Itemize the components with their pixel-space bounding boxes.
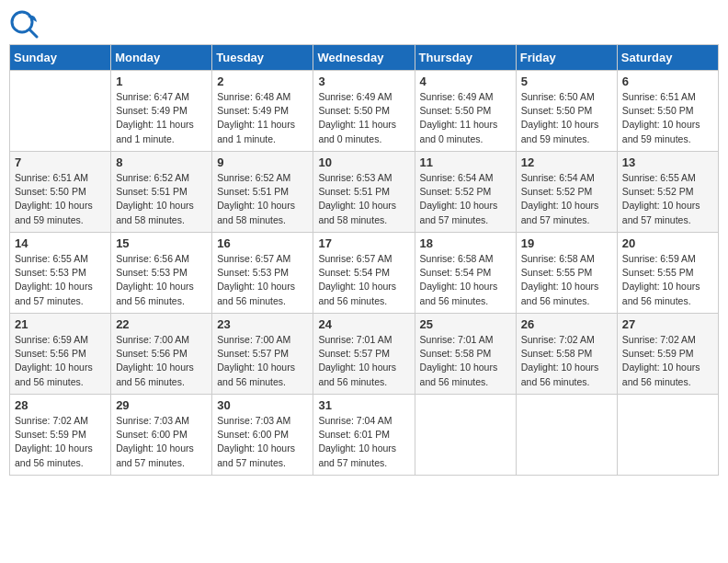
day-number: 18 — [420, 236, 511, 250]
calendar-cell: 7Sunrise: 6:51 AM Sunset: 5:50 PM Daylig… — [10, 152, 111, 233]
calendar-cell: 16Sunrise: 6:57 AM Sunset: 5:53 PM Dayli… — [212, 233, 313, 314]
calendar-cell: 19Sunrise: 6:58 AM Sunset: 5:55 PM Dayli… — [516, 233, 617, 314]
day-info: Sunrise: 7:04 AM Sunset: 6:01 PM Dayligh… — [318, 414, 409, 470]
day-info: Sunrise: 6:52 AM Sunset: 5:51 PM Dayligh… — [217, 171, 308, 227]
weekday-header-thursday: Thursday — [415, 45, 516, 71]
day-number: 25 — [420, 317, 511, 331]
day-number: 11 — [420, 155, 511, 169]
day-info: Sunrise: 6:47 AM Sunset: 5:49 PM Dayligh… — [116, 90, 207, 146]
day-number: 13 — [622, 155, 713, 169]
calendar-table: SundayMondayTuesdayWednesdayThursdayFrid… — [9, 44, 719, 476]
day-number: 15 — [116, 236, 207, 250]
day-info: Sunrise: 7:03 AM Sunset: 6:00 PM Dayligh… — [217, 414, 308, 470]
day-number: 12 — [521, 155, 612, 169]
calendar-cell: 31Sunrise: 7:04 AM Sunset: 6:01 PM Dayli… — [313, 395, 415, 476]
day-info: Sunrise: 6:52 AM Sunset: 5:51 PM Dayligh… — [116, 171, 207, 227]
calendar-cell: 5Sunrise: 6:50 AM Sunset: 5:50 PM Daylig… — [516, 71, 617, 152]
weekday-header-sunday: Sunday — [10, 45, 111, 71]
day-number: 17 — [318, 236, 409, 250]
calendar-cell: 6Sunrise: 6:51 AM Sunset: 5:50 PM Daylig… — [617, 71, 718, 152]
calendar-cell: 29Sunrise: 7:03 AM Sunset: 6:00 PM Dayli… — [111, 395, 212, 476]
day-number: 28 — [15, 398, 106, 412]
day-info: Sunrise: 6:55 AM Sunset: 5:52 PM Dayligh… — [622, 171, 713, 227]
day-info: Sunrise: 6:55 AM Sunset: 5:53 PM Dayligh… — [15, 252, 106, 308]
calendar-cell: 21Sunrise: 6:59 AM Sunset: 5:56 PM Dayli… — [10, 314, 111, 395]
calendar-cell: 23Sunrise: 7:00 AM Sunset: 5:57 PM Dayli… — [212, 314, 313, 395]
day-number: 3 — [318, 75, 409, 88]
day-info: Sunrise: 7:02 AM Sunset: 5:59 PM Dayligh… — [622, 333, 713, 389]
calendar-cell: 12Sunrise: 6:54 AM Sunset: 5:52 PM Dayli… — [516, 152, 617, 233]
day-number: 20 — [622, 236, 713, 250]
day-info: Sunrise: 6:53 AM Sunset: 5:51 PM Dayligh… — [318, 171, 409, 227]
day-number: 5 — [521, 75, 612, 88]
calendar-cell: 25Sunrise: 7:01 AM Sunset: 5:58 PM Dayli… — [415, 314, 516, 395]
day-info: Sunrise: 7:00 AM Sunset: 5:57 PM Dayligh… — [217, 333, 308, 389]
day-info: Sunrise: 7:02 AM Sunset: 5:58 PM Dayligh… — [521, 333, 612, 389]
calendar-cell: 1Sunrise: 6:47 AM Sunset: 5:49 PM Daylig… — [111, 71, 212, 152]
day-info: Sunrise: 6:56 AM Sunset: 5:53 PM Dayligh… — [116, 252, 207, 308]
day-info: Sunrise: 6:51 AM Sunset: 5:50 PM Dayligh… — [15, 171, 106, 227]
day-info: Sunrise: 6:49 AM Sunset: 5:50 PM Dayligh… — [420, 90, 511, 146]
day-number: 8 — [116, 155, 207, 169]
calendar-cell — [516, 395, 617, 476]
day-number: 16 — [217, 236, 308, 250]
day-info: Sunrise: 6:57 AM Sunset: 5:53 PM Dayligh… — [217, 252, 308, 308]
logo — [9, 9, 42, 39]
calendar-cell: 14Sunrise: 6:55 AM Sunset: 5:53 PM Dayli… — [10, 233, 111, 314]
page-header — [9, 9, 719, 39]
calendar-cell: 13Sunrise: 6:55 AM Sunset: 5:52 PM Dayli… — [617, 152, 718, 233]
calendar-cell: 10Sunrise: 6:53 AM Sunset: 5:51 PM Dayli… — [313, 152, 415, 233]
calendar-cell: 4Sunrise: 6:49 AM Sunset: 5:50 PM Daylig… — [415, 71, 516, 152]
day-info: Sunrise: 7:01 AM Sunset: 5:58 PM Dayligh… — [420, 333, 511, 389]
calendar-cell: 27Sunrise: 7:02 AM Sunset: 5:59 PM Dayli… — [617, 314, 718, 395]
day-number: 29 — [116, 398, 207, 412]
day-number: 2 — [217, 75, 308, 88]
weekday-header-saturday: Saturday — [617, 45, 718, 71]
day-number: 24 — [318, 317, 409, 331]
day-number: 30 — [217, 398, 308, 412]
day-number: 19 — [521, 236, 612, 250]
day-number: 27 — [622, 317, 713, 331]
calendar-cell — [415, 395, 516, 476]
day-info: Sunrise: 6:50 AM Sunset: 5:50 PM Dayligh… — [521, 90, 612, 146]
calendar-cell: 22Sunrise: 7:00 AM Sunset: 5:56 PM Dayli… — [111, 314, 212, 395]
day-info: Sunrise: 6:54 AM Sunset: 5:52 PM Dayligh… — [521, 171, 612, 227]
calendar-cell: 11Sunrise: 6:54 AM Sunset: 5:52 PM Dayli… — [415, 152, 516, 233]
day-info: Sunrise: 7:00 AM Sunset: 5:56 PM Dayligh… — [116, 333, 207, 389]
weekday-header-wednesday: Wednesday — [313, 45, 415, 71]
day-number: 4 — [420, 75, 511, 88]
calendar-cell: 18Sunrise: 6:58 AM Sunset: 5:54 PM Dayli… — [415, 233, 516, 314]
weekday-header-tuesday: Tuesday — [212, 45, 313, 71]
logo-icon — [9, 9, 39, 39]
day-info: Sunrise: 6:59 AM Sunset: 5:55 PM Dayligh… — [622, 252, 713, 308]
day-number: 1 — [116, 75, 207, 88]
calendar-cell: 20Sunrise: 6:59 AM Sunset: 5:55 PM Dayli… — [617, 233, 718, 314]
day-number: 26 — [521, 317, 612, 331]
calendar-cell: 3Sunrise: 6:49 AM Sunset: 5:50 PM Daylig… — [313, 71, 415, 152]
calendar-cell — [617, 395, 718, 476]
day-number: 9 — [217, 155, 308, 169]
calendar-cell: 26Sunrise: 7:02 AM Sunset: 5:58 PM Dayli… — [516, 314, 617, 395]
day-number: 7 — [15, 155, 106, 169]
day-info: Sunrise: 6:58 AM Sunset: 5:55 PM Dayligh… — [521, 252, 612, 308]
day-info: Sunrise: 7:03 AM Sunset: 6:00 PM Dayligh… — [116, 414, 207, 470]
day-info: Sunrise: 6:59 AM Sunset: 5:56 PM Dayligh… — [15, 333, 106, 389]
calendar-cell: 15Sunrise: 6:56 AM Sunset: 5:53 PM Dayli… — [111, 233, 212, 314]
calendar-cell: 28Sunrise: 7:02 AM Sunset: 5:59 PM Dayli… — [10, 395, 111, 476]
calendar-cell: 8Sunrise: 6:52 AM Sunset: 5:51 PM Daylig… — [111, 152, 212, 233]
day-number: 14 — [15, 236, 106, 250]
day-info: Sunrise: 6:48 AM Sunset: 5:49 PM Dayligh… — [217, 90, 308, 146]
day-info: Sunrise: 6:57 AM Sunset: 5:54 PM Dayligh… — [318, 252, 409, 308]
calendar-cell — [10, 71, 111, 152]
calendar-cell: 24Sunrise: 7:01 AM Sunset: 5:57 PM Dayli… — [313, 314, 415, 395]
day-number: 10 — [318, 155, 409, 169]
day-info: Sunrise: 7:02 AM Sunset: 5:59 PM Dayligh… — [15, 414, 106, 470]
day-info: Sunrise: 6:49 AM Sunset: 5:50 PM Dayligh… — [318, 90, 409, 146]
calendar-cell: 17Sunrise: 6:57 AM Sunset: 5:54 PM Dayli… — [313, 233, 415, 314]
day-info: Sunrise: 6:51 AM Sunset: 5:50 PM Dayligh… — [622, 90, 713, 146]
calendar-cell: 30Sunrise: 7:03 AM Sunset: 6:00 PM Dayli… — [212, 395, 313, 476]
weekday-header-friday: Friday — [516, 45, 617, 71]
day-number: 31 — [318, 398, 409, 412]
day-info: Sunrise: 6:54 AM Sunset: 5:52 PM Dayligh… — [420, 171, 511, 227]
day-number: 6 — [622, 75, 713, 88]
